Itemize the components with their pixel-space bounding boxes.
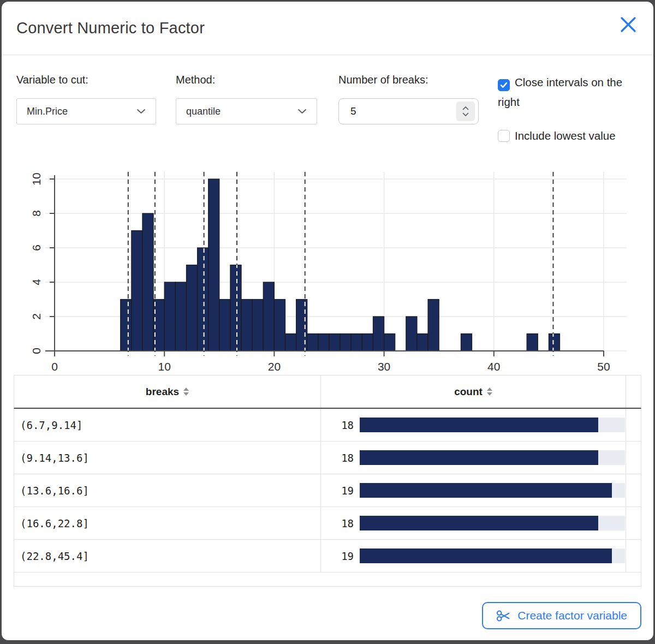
breaks-cell: (6.7,9.14] [14,409,320,441]
histogram-bar [417,334,428,351]
histogram-bar [209,179,219,351]
number-of-breaks-field [338,98,479,124]
y-tick-label: 2 [30,313,43,320]
breaks-table-body: (6.7,9.14]18(9.14,13.6]18(13.6,16.6]19(1… [14,409,641,573]
dialog-title: Convert Numeric to Factor [16,19,205,37]
close-button[interactable] [616,13,640,37]
checkbox-include-lowest-label: Include lowest value [515,129,616,142]
count-cell: 19 [320,474,626,506]
header-divider [2,55,653,55]
histogram-bar [351,334,362,351]
table-row[interactable]: (9.14,13.6]18 [14,442,641,474]
breaks-cell: (13.6,16.6] [14,474,320,506]
count-value: 18 [331,517,354,529]
chevron-up-icon [462,106,469,110]
checkbox-close-intervals-box[interactable] [498,79,510,91]
histogram-bar [285,334,296,351]
sort-icon[interactable] [183,387,189,396]
histogram-plot: 010203040500246810 [2,156,653,380]
histogram-bar [219,300,230,351]
spacer-cell [626,474,641,506]
count-bar [360,516,598,530]
histogram-bar [318,334,329,351]
count-bar [360,450,598,465]
histogram-bar [329,334,340,351]
count-bar [360,483,612,498]
table-row[interactable]: (16.6,22.8]18 [14,507,641,540]
x-tick-label: 0 [51,360,58,373]
y-tick-label: 4 [30,279,43,285]
count-bar-track [360,483,625,498]
histogram-bar [230,265,241,351]
histogram-bar [428,300,439,351]
count-value: 19 [331,550,354,562]
count-value: 18 [331,452,354,464]
x-tick-label: 50 [597,360,610,373]
histogram-bar [175,282,186,351]
histogram-bar [198,248,209,351]
create-factor-variable-button[interactable]: Create factor variable [482,602,641,629]
histogram-bar [142,213,153,351]
count-cell: 19 [320,540,626,572]
histogram-bar [307,334,318,351]
count-cell: 18 [320,409,626,441]
count-bar-track [360,548,625,563]
checkbox-include-lowest-box[interactable] [498,130,510,142]
histogram-bar [164,282,175,351]
count-bar [360,548,612,563]
y-tick-label: 8 [30,210,43,217]
number-spinner[interactable] [456,102,475,121]
column-header-spacer [626,375,641,408]
chevron-down-icon [297,109,307,114]
spacer-cell [626,409,641,441]
x-tick-label: 30 [378,360,390,373]
histogram-bar [132,231,142,351]
checkbox-close-intervals[interactable]: Close intervals on the right [498,73,645,112]
method-select[interactable]: quantile [176,98,317,124]
histogram-bar [373,317,384,351]
y-tick-label: 6 [30,245,43,251]
y-tick-label: 0 [30,348,43,354]
variable-select-value: Min.Price [27,106,68,117]
column-header-count[interactable]: count [320,375,626,408]
x-tick-label: 40 [487,360,500,373]
spacer-cell [626,540,641,572]
method-select-value: quantile [186,106,221,117]
table-row[interactable]: (13.6,16.6]19 [14,474,641,507]
variable-select[interactable]: Min.Price [16,98,156,124]
method-label: Method: [176,74,215,86]
histogram-bar [527,334,538,351]
histogram-bar [340,334,351,351]
breaks-table: breaks count (6.7,9.14]18(9.14,13.6]18(1… [14,375,641,587]
spacer-cell [626,507,641,539]
number-of-breaks-label: Number of breaks: [338,74,428,86]
histogram-bar [549,334,559,351]
count-bar [360,418,598,432]
count-value: 19 [331,485,354,497]
checkbox-close-intervals-label: Close intervals on the right [498,76,622,108]
histogram-bar [252,300,263,351]
x-tick-label: 10 [158,360,171,373]
table-row[interactable]: (6.7,9.14]18 [14,409,641,442]
count-cell: 18 [320,442,626,474]
breaks-table-header: breaks count [14,375,641,409]
histogram-bar [384,334,395,351]
histogram-bar [186,265,197,351]
histogram-bar [263,282,274,351]
y-tick-label: 10 [30,172,43,185]
create-factor-variable-label: Create factor variable [517,609,627,622]
histogram-bar [362,334,373,351]
checkbox-include-lowest[interactable]: Include lowest value [498,126,645,146]
column-header-breaks[interactable]: breaks [14,375,320,408]
table-row[interactable]: (22.8,45.4]19 [14,540,641,573]
checkbox-group: Close intervals on the right Include low… [498,73,645,146]
histogram-bar [461,334,472,351]
count-bar-track [360,450,625,465]
sort-icon[interactable] [487,387,492,396]
number-of-breaks-input[interactable] [339,99,437,124]
variable-to-cut-label: Variable to cut: [16,74,88,86]
histogram-bar [296,300,307,351]
count-bar-track [360,418,625,432]
count-value: 18 [331,419,354,431]
histogram-bar [274,300,285,351]
